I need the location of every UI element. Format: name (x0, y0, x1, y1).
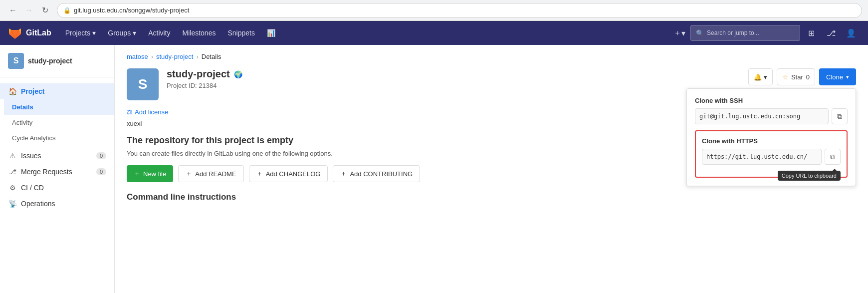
home-icon: 🏠 (8, 87, 17, 95)
sidebar-item-issues[interactable]: ⚠ Issues 0 (0, 148, 114, 164)
topnav-projects[interactable]: Projects (59, 21, 102, 45)
search-placeholder: Search or jump to... (707, 29, 759, 36)
clone-dropdown: Clone Clone with SSH ⧉ Clon (819, 68, 856, 85)
topnav-projects-chevron (92, 29, 96, 37)
topnav-milestones-label: Milestones (183, 29, 216, 37)
add-changelog-label: Add CHANGELOG (266, 170, 321, 178)
gitlab-logo[interactable]: GitLab (8, 26, 51, 40)
project-initial: S (138, 76, 148, 92)
topnav-snippets-label: Snippets (227, 29, 254, 37)
sidebar-item-cycle-analytics[interactable]: Cycle Analytics (4, 130, 114, 146)
breadcrumb-sep-2: › (196, 53, 198, 60)
breadcrumb-sep-1: › (151, 53, 153, 60)
topnav-snippets[interactable]: Snippets (221, 21, 260, 45)
sidebar-item-activity[interactable]: Activity (4, 115, 114, 130)
notification-chevron-icon (764, 73, 767, 81)
issues-icon: ⚠ (8, 152, 17, 160)
plus-contributing-icon: ＋ (340, 169, 347, 178)
sidebar-item-cicd[interactable]: ⚙ CI / CD (0, 180, 114, 196)
add-contributing-label: Add CONTRIBUTING (350, 170, 413, 178)
star-count: 0 (806, 73, 810, 81)
sidebar-project-avatar: S (8, 53, 24, 69)
lock-icon: 🔒 (63, 7, 71, 14)
main-layout: S study-project 🏠 Project Details Activi… (0, 45, 868, 293)
sidebar-item-operations-label: Operations (21, 200, 55, 208)
topnav-right: ＋ 🔍 Search or jump to... ⊞ ⎇ 👤 (670, 24, 860, 42)
topnav-chart[interactable]: 📊 (261, 21, 281, 45)
breadcrumb-matose[interactable]: matose (127, 53, 148, 60)
topnav-groups[interactable]: Groups (102, 21, 142, 45)
add-readme-label: Add README (195, 170, 236, 178)
top-navigation: GitLab Projects Groups Activity Mileston… (0, 21, 868, 45)
clone-https-copy-button[interactable]: ⧉ (825, 149, 841, 165)
sidebar-item-activity-label: Activity (12, 119, 32, 126)
gitlab-logo-icon (8, 26, 22, 40)
new-file-button[interactable]: ＋ New file (127, 165, 173, 182)
search-icon: 🔍 (696, 29, 704, 37)
sidebar-item-cicd-label: CI / CD (21, 184, 44, 192)
plus-icon: ＋ (673, 28, 681, 38)
browser-nav-buttons: ← → ↻ (6, 3, 52, 17)
star-button[interactable]: ☆ Star 0 (777, 68, 815, 85)
clone-ssh-input[interactable] (695, 108, 829, 124)
new-file-label: New file (143, 170, 166, 178)
user-icon: 👤 (846, 28, 856, 38)
project-avatar: S (127, 68, 159, 100)
sidebar-item-project-label: Project (21, 87, 44, 95)
merge-icon: ⎇ (827, 28, 836, 38)
project-visibility-icon: 🌍 (234, 70, 242, 78)
breadcrumb-study-project[interactable]: study-project (156, 53, 193, 60)
back-button[interactable]: ← (6, 3, 20, 17)
topnav-layout-button[interactable]: ⊞ (802, 24, 820, 42)
clone-https-title: Clone with HTTPS (702, 137, 841, 145)
refresh-button[interactable]: ↻ (38, 3, 52, 17)
issues-badge: 0 (96, 152, 106, 159)
clone-button[interactable]: Clone (819, 68, 856, 85)
sidebar-item-details-label: Details (12, 103, 33, 111)
project-info: study-project 🌍 Project ID: 21384 (167, 68, 740, 89)
sidebar-item-operations[interactable]: 📡 Operations (0, 196, 114, 212)
url-text: git.lug.ustc.edu.cn/songgw/study-project (74, 6, 189, 14)
add-changelog-button[interactable]: ＋ Add CHANGELOG (249, 165, 328, 182)
add-readme-button[interactable]: ＋ Add README (178, 165, 243, 182)
topnav-groups-chevron (133, 29, 136, 37)
notification-button[interactable]: 🔔 (748, 68, 773, 85)
project-header: S study-project 🌍 Project ID: 21384 🔔 ☆ … (127, 68, 856, 100)
topnav-activity[interactable]: Activity (142, 21, 176, 45)
sidebar-project-header: S study-project (0, 53, 114, 77)
clone-ssh-copy-button[interactable]: ⧉ (832, 108, 848, 124)
layout-icon: ⊞ (808, 28, 815, 38)
sidebar-item-details[interactable]: Details (4, 99, 114, 115)
merge-requests-icon: ⎇ (8, 168, 17, 176)
sidebar-item-merge-requests[interactable]: ⎇ Merge Requests 0 (0, 164, 114, 180)
sidebar-sub-section: Details Activity Cycle Analytics (0, 99, 114, 146)
sidebar-project-initial: S (13, 56, 19, 65)
sidebar-item-cycle-analytics-label: Cycle Analytics (12, 134, 55, 142)
plus-chevron-icon (681, 28, 685, 38)
content-area: matose › study-project › Details S study… (115, 45, 868, 293)
gitlab-logo-text: GitLab (26, 28, 51, 37)
sidebar: S study-project 🏠 Project Details Activi… (0, 45, 115, 293)
topnav-search-box[interactable]: 🔍 Search or jump to... (690, 25, 800, 41)
address-bar[interactable]: 🔒 git.lug.ustc.edu.cn/songgw/study-proje… (57, 3, 862, 18)
topnav-activity-label: Activity (148, 29, 170, 37)
sidebar-item-project[interactable]: 🏠 Project (0, 83, 114, 99)
breadcrumb-current: Details (202, 53, 221, 60)
topnav-merge-button[interactable]: ⎇ (822, 24, 840, 42)
topnav-chart-icon: 📊 (267, 29, 275, 37)
copy-icon-ssh: ⧉ (837, 112, 842, 121)
plus-readme-icon: ＋ (186, 169, 192, 178)
clone-dropdown-panel: Clone with SSH ⧉ Clone with HTTPS (686, 88, 856, 186)
copy-icon-https: ⧉ (830, 153, 835, 161)
notification-icon: 🔔 (754, 73, 762, 81)
sidebar-item-issues-label: Issues (21, 152, 41, 160)
cicd-icon: ⚙ (8, 184, 17, 192)
clone-https-input[interactable] (702, 149, 822, 165)
project-title: study-project (167, 68, 230, 80)
topnav-user-button[interactable]: 👤 (842, 24, 860, 42)
add-contributing-button[interactable]: ＋ Add CONTRIBUTING (333, 165, 420, 182)
topnav-milestones[interactable]: Milestones (177, 21, 222, 45)
breadcrumb: matose › study-project › Details (127, 53, 856, 60)
forward-button[interactable]: → (22, 3, 36, 17)
topnav-plus-button[interactable]: ＋ (670, 24, 688, 42)
